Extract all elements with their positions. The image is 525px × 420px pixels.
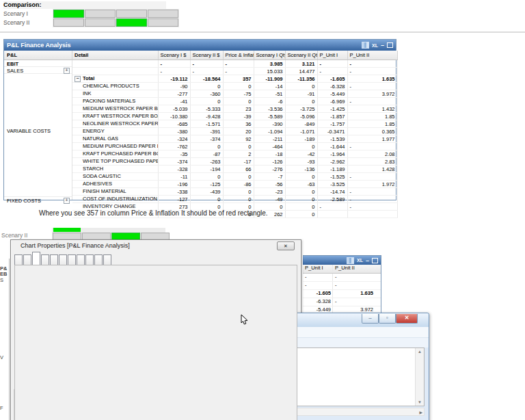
- scenario-option-button[interactable]: [85, 18, 116, 27]
- table-row[interactable]: NEOLINER WESTROCK PAPER B... -685 -1.571…: [72, 120, 397, 128]
- table-row[interactable]: - - - 15.033 14.477 - -: [72, 68, 397, 75]
- table-row[interactable]: ENERGY -380 -391 20 -1.094 -1.071 -0.347…: [72, 128, 397, 135]
- fast-type-change-icon[interactable]: [362, 42, 369, 49]
- minimize-icon[interactable]: –: [362, 314, 379, 324]
- properties-tab[interactable]: [23, 254, 31, 265]
- table-row[interactable]: ADHESIVES -196 -125 -86 -56 -63 -3.525 1…: [72, 181, 397, 188]
- pnl-column-header[interactable]: P&L: [4, 51, 72, 60]
- cell-scenary1-qty: -464: [254, 143, 285, 150]
- col-header[interactable]: P_Unit I: [317, 51, 347, 60]
- close-icon[interactable]: ✕: [277, 241, 295, 250]
- scenario-option-button[interactable]: [148, 10, 178, 18]
- fragment-row[interactable]: -1.605 1.635: [303, 290, 381, 298]
- table-row[interactable]: CHEMICAL PRODUCTS -90 0 0 -14 0 -6.328 -: [72, 83, 397, 90]
- properties-tab[interactable]: [50, 254, 58, 265]
- cell-scenary2: -263: [190, 158, 223, 166]
- send-to-excel-icon[interactable]: XL: [372, 43, 378, 48]
- maximize-icon[interactable]: ▫: [379, 314, 396, 324]
- maximize-icon[interactable]: [372, 258, 378, 263]
- col-header[interactable]: Scenary II $: [190, 51, 223, 60]
- clipped-text-fragment: EB: [0, 271, 7, 277]
- scenario-option-button[interactable]: [53, 18, 84, 27]
- properties-tab[interactable]: [41, 254, 49, 265]
- minimize-icon[interactable]: –: [381, 43, 384, 47]
- col-header[interactable]: Price & Inflation: [223, 51, 254, 60]
- cell-punit2: -: [347, 60, 397, 68]
- properties-tab[interactable]: [32, 252, 40, 265]
- scenario-option-button[interactable]: [85, 10, 116, 18]
- table-row[interactable]: - - - 3.985 3.121 - -: [72, 60, 397, 68]
- group-variable-costs[interactable]: VARIABLE COSTS: [4, 74, 72, 197]
- cell-scenary2-qty: 0: [285, 196, 317, 203]
- cell-punit1: -5.449: [317, 90, 347, 98]
- fragment-row[interactable]: - -: [303, 282, 381, 290]
- scroll-down-icon[interactable]: ▼: [416, 399, 424, 406]
- fragment-row[interactable]: -6.328 -: [303, 298, 381, 306]
- table-row[interactable]: KRAFT PURCHASED PAPER BOARD -35 -87 2 -1…: [72, 150, 397, 158]
- table-row[interactable]: MEDIUM PURCHASED PAPER BO... -762 0 0 -4…: [72, 143, 397, 150]
- col-header[interactable]: Scenary I Qty: [254, 51, 285, 60]
- table-row[interactable]: SODA CAUSTIC -11 0 0 -7 0 -1.525 -: [72, 173, 397, 181]
- detail-label: NATURAL GAS: [83, 135, 118, 142]
- cell-price-inflation: 0: [223, 83, 254, 90]
- scenario-option-button[interactable]: [116, 10, 147, 18]
- fast-type-change-icon[interactable]: [347, 257, 354, 264]
- properties-tab[interactable]: [85, 254, 94, 265]
- close-icon[interactable]: ✕: [396, 314, 418, 324]
- table-row[interactable]: STARCH -328 -194 66 -276 -136 -1.189 1.4…: [72, 166, 397, 173]
- properties-tab[interactable]: [14, 254, 23, 265]
- pnl-fragment-titlebar[interactable]: XL –: [303, 256, 381, 265]
- table-row[interactable]: KRAFT WESTROCK PAPER BOARD -10.380 -9.42…: [72, 113, 397, 120]
- vertical-scrollbar[interactable]: ▲ ▼: [415, 348, 424, 406]
- col-header[interactable]: Scenary I $: [158, 51, 190, 60]
- expand-icon[interactable]: +: [64, 198, 70, 204]
- cell-punit1: -1.964: [317, 150, 347, 158]
- cell-punit1: -6.969: [317, 98, 347, 105]
- col-header[interactable]: P_Unit II: [333, 265, 380, 273]
- table-row[interactable]: PACKING MATERIALS -41 0 0 -6 0 -6.969 -: [72, 98, 397, 105]
- detail-label: KRAFT PURCHASED PAPER BOARD: [83, 150, 158, 157]
- clipped-text-fragment: S: [0, 277, 3, 283]
- cell-scenary2: -9.428: [190, 113, 223, 120]
- col-header[interactable]: Detail: [72, 51, 158, 60]
- maximize-icon[interactable]: [387, 42, 393, 48]
- cell-price-inflation: -17: [223, 158, 254, 166]
- cell-punit1: -1.539: [317, 135, 347, 143]
- properties-tab[interactable]: [77, 254, 85, 265]
- group-sales[interactable]: SALES+: [4, 67, 72, 74]
- table-row[interactable]: MEDIUM WESTROCK PAPER BOARD -5.039 -5.33…: [72, 105, 397, 113]
- group-ebit[interactable]: EBIT: [4, 60, 72, 67]
- scroll-right-icon[interactable]: ▶: [419, 410, 422, 415]
- cell-punit2: 1.972: [347, 181, 397, 188]
- cell-scenary2-qty: -849: [285, 120, 317, 128]
- table-row[interactable]: COST OF INDUSTRIALIZATION -127 0 0 -49 0…: [72, 196, 397, 203]
- table-row[interactable]: −Total -19.112 -18.564 357 -11.909 -11.3…: [72, 75, 397, 83]
- scenario-option-button[interactable]: [148, 18, 178, 27]
- table-row[interactable]: INK -277 -360 -75 -51 -91 -5.449 3.972: [72, 90, 397, 98]
- col-header[interactable]: Scenary II Qty: [285, 51, 317, 60]
- fragment-row[interactable]: - -: [303, 274, 381, 282]
- pnl-window-fragment: XL – P_Unit I P_Unit II - - - - -1.605 1…: [303, 255, 381, 319]
- scenario-option-button[interactable]: [116, 18, 147, 27]
- pnl-window-titlebar[interactable]: P&L Finance Analysis XL –: [4, 40, 396, 51]
- minimize-icon[interactable]: –: [366, 259, 369, 263]
- properties-tab[interactable]: [68, 254, 76, 265]
- col-header[interactable]: P_Unit II: [347, 51, 397, 60]
- scroll-up-icon[interactable]: ▲: [416, 348, 424, 355]
- cell-scenary2: -125: [190, 181, 223, 188]
- collapse-icon[interactable]: −: [75, 76, 81, 82]
- cell-punit2: 3.972: [347, 90, 397, 98]
- col-header[interactable]: P_Unit I: [303, 265, 333, 273]
- properties-tab[interactable]: [59, 254, 67, 265]
- table-row[interactable]: FINISH MATERIAL -338 -439 0 -23 0 -14.74…: [72, 188, 397, 196]
- scenario-option-button[interactable]: [53, 10, 84, 18]
- properties-tab[interactable]: [94, 254, 103, 265]
- table-row[interactable]: WHITE TOP PURCHASED PAPER ... -374 -263 …: [72, 158, 397, 166]
- properties-tab[interactable]: [103, 254, 111, 265]
- cell-scenary1: -5.039: [158, 105, 190, 113]
- table-row[interactable]: NATURAL GAS -324 -374 92 -211 -189 -1.53…: [72, 135, 397, 143]
- expand-icon[interactable]: +: [64, 68, 70, 74]
- cell-scenary2: -374: [190, 135, 223, 143]
- clipped-text-fragment: F: [0, 405, 3, 411]
- send-to-excel-icon[interactable]: XL: [357, 258, 363, 263]
